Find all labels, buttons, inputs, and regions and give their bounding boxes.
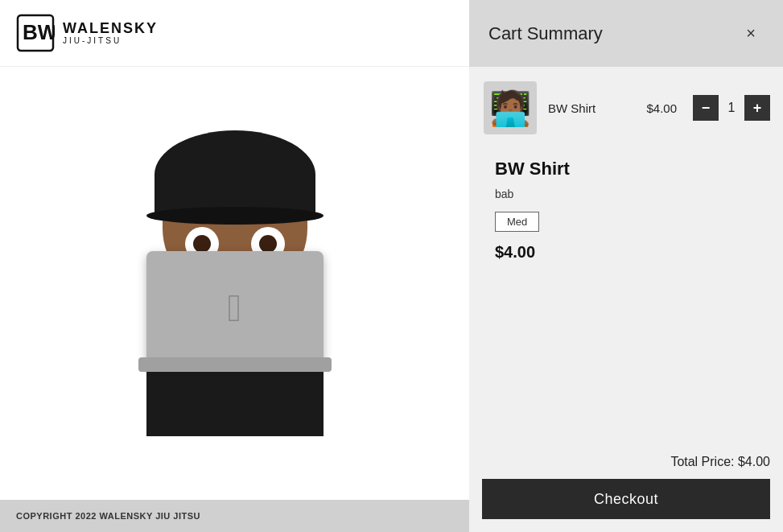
character-hat xyxy=(155,130,315,219)
cart-item-thumbnail: 🧑🏾‍💻 xyxy=(484,81,537,134)
cart-item-row: 🧑🏾‍💻 BW Shirt $4.00 − 1 + xyxy=(482,80,770,136)
character-figure:  xyxy=(114,130,356,436)
logo: BW WALENSKY JIU-JITSU xyxy=(16,14,158,52)
svg-text:BW: BW xyxy=(23,20,55,44)
cart-panel: Cart Summary × 🧑🏾‍💻 BW Shirt $4.00 − 1 +… xyxy=(469,0,783,532)
logo-sub: JIU-JITSU xyxy=(63,36,158,45)
quantity-display: 1 xyxy=(723,101,740,115)
site-header: BW WALENSKY JIU-JITSU xyxy=(0,0,469,67)
product-image-area:  xyxy=(16,83,453,484)
logo-icon: BW xyxy=(16,14,55,52)
cart-item-price: $4.00 xyxy=(646,101,677,115)
checkout-button[interactable]: Checkout xyxy=(482,479,770,519)
quantity-controls: − 1 + xyxy=(693,95,770,121)
cart-item-name: BW Shirt xyxy=(548,101,637,115)
product-display:  xyxy=(0,67,469,500)
cart-items-area: 🧑🏾‍💻 BW Shirt $4.00 − 1 + BW Shirt bab M… xyxy=(469,67,783,442)
close-cart-button[interactable]: × xyxy=(738,21,764,47)
size-badge: Med xyxy=(495,212,539,232)
laptop-body:  xyxy=(146,251,324,364)
left-panel: BW WALENSKY JIU-JITSU  xyxy=(0,0,469,532)
total-label: Total Price: $4.00 xyxy=(670,455,770,468)
logo-name: WALENSKY xyxy=(63,21,158,37)
laptop-base xyxy=(138,357,332,372)
product-detail-price: $4.00 xyxy=(495,243,757,262)
product-detail-block: BW Shirt bab Med $4.00 xyxy=(482,152,770,262)
hat-brim xyxy=(146,207,324,225)
copyright-text: COPYRIGHT 2022 WALENSKY JIU JITSU xyxy=(16,511,200,521)
footer-left: COPYRIGHT 2022 WALENSKY JIU JITSU xyxy=(0,500,469,532)
cart-footer: Total Price: $4.00 Checkout xyxy=(469,442,783,532)
increase-quantity-button[interactable]: + xyxy=(744,95,770,121)
product-detail-name: BW Shirt xyxy=(495,159,757,179)
logo-text: WALENSKY JIU-JITSU xyxy=(63,21,158,46)
cart-title: Cart Summary xyxy=(488,23,603,44)
total-price-row: Total Price: $4.00 xyxy=(482,455,770,469)
decrease-quantity-button[interactable]: − xyxy=(693,95,719,121)
cart-header: Cart Summary × xyxy=(469,0,783,67)
cart-item-image: 🧑🏾‍💻 xyxy=(482,80,538,136)
product-detail-desc: bab xyxy=(495,188,757,200)
apple-logo:  xyxy=(228,286,242,330)
